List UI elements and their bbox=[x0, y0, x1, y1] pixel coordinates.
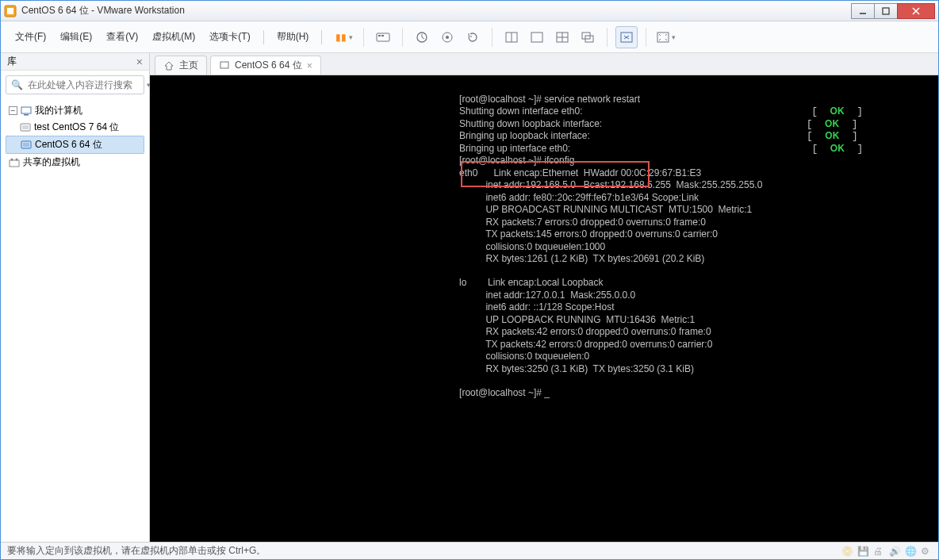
vm-icon bbox=[20, 123, 31, 132]
sidebar-title: 库 bbox=[7, 55, 17, 68]
svg-rect-3 bbox=[883, 8, 889, 14]
svg-rect-28 bbox=[10, 160, 19, 167]
tab-label: 主页 bbox=[179, 59, 198, 72]
search-box[interactable]: 🔍 ▾ bbox=[6, 75, 144, 94]
menu-file[interactable]: 文件(F) bbox=[9, 29, 52, 45]
device-icon[interactable]: 🌐 bbox=[905, 546, 916, 557]
close-sidebar-button[interactable]: × bbox=[136, 56, 143, 68]
view-tiled-button[interactable] bbox=[551, 26, 573, 48]
home-icon bbox=[163, 60, 174, 71]
view-single-button[interactable] bbox=[500, 26, 523, 48]
snapshot-button[interactable] bbox=[411, 26, 433, 48]
app-icon bbox=[4, 5, 17, 17]
svg-point-11 bbox=[446, 36, 449, 39]
svg-rect-27 bbox=[23, 143, 29, 147]
tab-label: CentOS 6 64 位 bbox=[235, 59, 302, 72]
stretch-button[interactable]: ▾ bbox=[654, 26, 676, 48]
search-icon: 🔍 bbox=[11, 79, 23, 90]
app-window: CentOS 6 64 位 - VMware Workstation 文件(F)… bbox=[0, 0, 939, 560]
vm-console[interactable]: [root@localhost ~]# service network rest… bbox=[150, 75, 938, 542]
chevron-down-icon: ▾ bbox=[349, 33, 353, 41]
main-area: 库 × 🔍 ▾ − 我的计算机 test CentOS 7 64 位 bbox=[1, 53, 938, 542]
library-sidebar: 库 × 🔍 ▾ − 我的计算机 test CentOS 7 64 位 bbox=[1, 53, 150, 542]
send-ctrl-alt-del-button[interactable] bbox=[372, 26, 394, 48]
revert-button[interactable] bbox=[462, 26, 484, 48]
svg-rect-14 bbox=[531, 33, 542, 42]
svg-rect-7 bbox=[378, 35, 381, 36]
minimize-button[interactable] bbox=[851, 3, 875, 19]
svg-point-29 bbox=[11, 158, 13, 160]
menu-view[interactable]: 查看(V) bbox=[100, 29, 144, 45]
status-hint: 要将输入定向到该虚拟机，请在虚拟机内部单击或按 Ctrl+G。 bbox=[7, 544, 266, 558]
svg-rect-23 bbox=[24, 114, 29, 116]
tab-centos6[interactable]: CentOS 6 64 位 × bbox=[210, 56, 321, 75]
tree-vm-test-centos7[interactable]: test CentOS 7 64 位 bbox=[6, 119, 144, 136]
svg-rect-25 bbox=[22, 125, 29, 129]
menu-help[interactable]: 帮助(H) bbox=[270, 29, 316, 45]
device-icon[interactable]: 🔊 bbox=[889, 546, 900, 557]
svg-point-30 bbox=[16, 158, 18, 160]
tree-label: CentOS 6 64 位 bbox=[35, 138, 102, 152]
view-split-button[interactable] bbox=[526, 26, 548, 48]
menu-tabs[interactable]: 选项卡(T) bbox=[203, 29, 256, 45]
svg-rect-22 bbox=[21, 107, 31, 113]
unity-button[interactable] bbox=[577, 26, 599, 48]
suspend-button[interactable]: ▮▮▾ bbox=[333, 26, 355, 48]
status-device-icons: 📀 💾 🖨 🔊 🌐 ⚙ bbox=[841, 546, 932, 557]
tree-my-computer[interactable]: − 我的计算机 bbox=[6, 102, 144, 119]
tree-vm-centos6[interactable]: CentOS 6 64 位 bbox=[6, 136, 144, 154]
library-tree: − 我的计算机 test CentOS 7 64 位 CentOS 6 64 位… bbox=[1, 99, 149, 542]
tree-label: test CentOS 7 64 位 bbox=[34, 121, 119, 134]
svg-rect-1 bbox=[7, 8, 13, 14]
pause-icon: ▮▮ bbox=[335, 32, 347, 43]
window-buttons bbox=[852, 3, 935, 19]
close-tab-button[interactable]: × bbox=[307, 60, 312, 71]
terminal-output: [root@localhost ~]# service network rest… bbox=[150, 94, 938, 400]
computer-icon bbox=[21, 106, 32, 116]
maximize-button[interactable] bbox=[874, 3, 898, 19]
vm-icon bbox=[219, 60, 230, 71]
svg-rect-21 bbox=[657, 33, 669, 42]
vm-icon bbox=[21, 140, 32, 150]
device-icon[interactable]: 🖨 bbox=[873, 546, 884, 557]
shared-icon bbox=[9, 158, 20, 167]
device-icon[interactable]: 📀 bbox=[841, 546, 853, 557]
tree-label: 共享的虚拟机 bbox=[23, 155, 80, 169]
tab-strip: 主页 CentOS 6 64 位 × bbox=[150, 53, 938, 75]
content-area: 主页 CentOS 6 64 位 × [root@localhost ~]# s… bbox=[150, 53, 938, 542]
window-title: CentOS 6 64 位 - VMware Workstation bbox=[21, 4, 852, 17]
close-button[interactable] bbox=[897, 3, 935, 19]
status-bar: 要将输入定向到该虚拟机，请在虚拟机内部单击或按 Ctrl+G。 📀 💾 🖨 🔊 … bbox=[1, 542, 938, 559]
search-input[interactable] bbox=[28, 79, 147, 90]
svg-rect-8 bbox=[381, 35, 384, 36]
tree-label: 我的计算机 bbox=[35, 104, 82, 117]
collapse-icon[interactable]: − bbox=[9, 106, 17, 115]
tree-shared-vms[interactable]: 共享的虚拟机 bbox=[6, 154, 144, 171]
device-icon[interactable]: 💾 bbox=[857, 546, 868, 557]
title-bar: CentOS 6 64 位 - VMware Workstation bbox=[1, 1, 938, 21]
svg-rect-6 bbox=[377, 33, 389, 41]
snapshot-manager-button[interactable] bbox=[436, 26, 458, 48]
fullscreen-button[interactable] bbox=[615, 26, 638, 48]
menu-edit[interactable]: 编辑(E) bbox=[54, 29, 98, 45]
menu-vm[interactable]: 虚拟机(M) bbox=[146, 29, 201, 45]
svg-rect-31 bbox=[220, 62, 228, 68]
device-icon[interactable]: ⚙ bbox=[921, 546, 932, 557]
tab-home[interactable]: 主页 bbox=[155, 56, 207, 75]
sidebar-header: 库 × bbox=[1, 53, 149, 71]
